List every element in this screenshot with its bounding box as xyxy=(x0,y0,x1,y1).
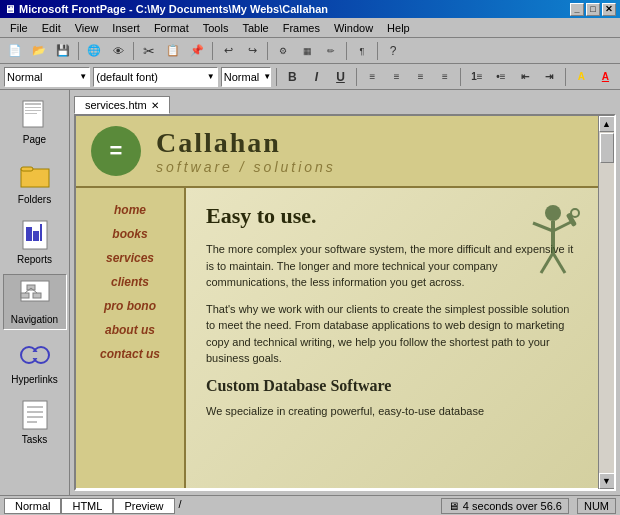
subtitle-part1: software xyxy=(156,159,233,175)
status-right: 🖥 4 seconds over 56.6 NUM xyxy=(441,498,616,514)
font-color-button[interactable]: A xyxy=(595,67,616,87)
menu-tools[interactable]: Tools xyxy=(197,20,235,36)
nav-link-services[interactable]: services xyxy=(106,251,154,265)
separator-3 xyxy=(212,42,213,60)
scroll-down-button[interactable]: ▼ xyxy=(599,473,615,489)
preview-button[interactable]: 👁 xyxy=(107,40,129,62)
status-tab-html[interactable]: HTML xyxy=(61,498,113,514)
nav-link-about[interactable]: about us xyxy=(105,323,155,337)
paste-button[interactable]: 📌 xyxy=(186,40,208,62)
nav-link-books[interactable]: books xyxy=(112,227,147,241)
title-bar-buttons[interactable]: _ □ ✕ xyxy=(570,3,616,16)
company-name: Callahan xyxy=(156,127,336,159)
sidebar-item-tasks[interactable]: Tasks xyxy=(3,394,67,450)
align-right-button[interactable]: ≡ xyxy=(410,67,431,87)
nav-link-clients[interactable]: clients xyxy=(111,275,149,289)
style-dropdown[interactable]: Normal ▼ xyxy=(4,67,90,87)
content-area: services.htm ✕ = Callahan software / sol… xyxy=(70,90,620,495)
help-button[interactable]: ? xyxy=(382,40,404,62)
site-header: = Callahan software / solutions xyxy=(76,116,598,188)
page-icon xyxy=(19,99,51,131)
menu-file[interactable]: File xyxy=(4,20,34,36)
redo-button[interactable]: ↪ xyxy=(241,40,263,62)
svg-line-27 xyxy=(533,223,553,231)
italic-button[interactable]: I xyxy=(306,67,327,87)
connection-text: 4 seconds over 56.6 xyxy=(463,500,562,512)
svg-rect-5 xyxy=(21,169,49,187)
underline-button[interactable]: U xyxy=(330,67,351,87)
bold-button[interactable]: B xyxy=(282,67,303,87)
size-dropdown[interactable]: Normal ▼ xyxy=(221,67,271,87)
nav-link-contact[interactable]: contact us xyxy=(100,347,160,361)
sidebar-item-reports[interactable]: Reports xyxy=(3,214,67,270)
sidebar-page-label: Page xyxy=(23,134,46,145)
unordered-list-button[interactable]: •≡ xyxy=(490,67,511,87)
cut-button[interactable]: ✂ xyxy=(138,40,160,62)
open-button[interactable]: 📂 xyxy=(28,40,50,62)
maximize-button[interactable]: □ xyxy=(586,3,600,16)
sidebar-item-page[interactable]: Page xyxy=(3,94,67,150)
menu-edit[interactable]: Edit xyxy=(36,20,67,36)
num-lock-status: NUM xyxy=(577,498,616,514)
menu-table[interactable]: Table xyxy=(236,20,274,36)
close-button[interactable]: ✕ xyxy=(602,3,616,16)
nav-link-home[interactable]: home xyxy=(114,203,146,217)
svg-rect-12 xyxy=(27,285,35,290)
new-button[interactable]: 📄 xyxy=(4,40,26,62)
format-sep-4 xyxy=(565,68,566,86)
sidebar-item-hyperlinks[interactable]: Hyperlinks xyxy=(3,334,67,390)
vertical-scrollbar[interactable]: ▲ ▼ xyxy=(598,116,614,489)
status-tab-preview[interactable]: Preview xyxy=(113,498,174,514)
indent-decrease-button[interactable]: ⇤ xyxy=(515,67,536,87)
status-tab-normal[interactable]: Normal xyxy=(4,498,61,514)
scroll-track[interactable] xyxy=(599,132,614,473)
align-center-button[interactable]: ≡ xyxy=(386,67,407,87)
sidebar-item-folders[interactable]: Folders xyxy=(3,154,67,210)
svg-rect-1 xyxy=(25,103,41,105)
menu-view[interactable]: View xyxy=(69,20,105,36)
status-bar: Normal HTML Preview / 🖥 4 seconds over 5… xyxy=(0,495,620,515)
tab-close-button[interactable]: ✕ xyxy=(151,100,159,111)
svg-rect-13 xyxy=(21,293,29,298)
hyperlinks-icon xyxy=(19,339,51,371)
menu-format[interactable]: Format xyxy=(148,20,195,36)
navigation-icon xyxy=(19,279,51,311)
minimize-button[interactable]: _ xyxy=(570,3,584,16)
nav-link-probono[interactable]: pro bono xyxy=(104,299,156,313)
svg-line-31 xyxy=(541,253,553,273)
file-tab[interactable]: services.htm ✕ xyxy=(74,96,170,114)
insert-table-button[interactable]: ▦ xyxy=(296,40,318,62)
highlight-button[interactable]: A xyxy=(571,67,592,87)
show-hide-button[interactable]: ¶ xyxy=(351,40,373,62)
component-button[interactable]: ⚙ xyxy=(272,40,294,62)
menu-help[interactable]: Help xyxy=(381,20,416,36)
separator-6 xyxy=(377,42,378,60)
ordered-list-button[interactable]: 1≡ xyxy=(466,67,487,87)
draw-table-button[interactable]: ✏ xyxy=(320,40,342,62)
align-left-button[interactable]: ≡ xyxy=(362,67,383,87)
copy-button[interactable]: 📋 xyxy=(162,40,184,62)
tab-bar: services.htm ✕ xyxy=(74,94,616,114)
sidebar-folders-label: Folders xyxy=(18,194,51,205)
menu-window[interactable]: Window xyxy=(328,20,379,36)
align-justify-button[interactable]: ≡ xyxy=(434,67,455,87)
tab-filename: services.htm xyxy=(85,99,147,111)
sidebar-item-navigation[interactable]: Navigation xyxy=(3,274,67,330)
title-bar-text: Microsoft FrontPage - C:\My Documents\My… xyxy=(19,3,328,15)
divider: / xyxy=(175,498,186,514)
scroll-up-button[interactable]: ▲ xyxy=(599,116,615,132)
indent-increase-button[interactable]: ⇥ xyxy=(539,67,560,87)
menu-insert[interactable]: Insert xyxy=(106,20,146,36)
sidebar-navigation-label: Navigation xyxy=(11,314,58,325)
scroll-thumb[interactable] xyxy=(600,133,614,163)
editor-content[interactable]: = Callahan software / solutions home boo… xyxy=(76,116,598,489)
site-body: home books services clients pro bono abo… xyxy=(76,188,598,488)
svg-point-30 xyxy=(571,209,579,217)
undo-button[interactable]: ↩ xyxy=(217,40,239,62)
font-dropdown[interactable]: (default font) ▼ xyxy=(93,67,217,87)
style-value: Normal xyxy=(7,71,42,83)
save-button[interactable]: 💾 xyxy=(52,40,74,62)
menu-frames[interactable]: Frames xyxy=(277,20,326,36)
publish-button[interactable]: 🌐 xyxy=(83,40,105,62)
svg-rect-6 xyxy=(21,167,33,171)
